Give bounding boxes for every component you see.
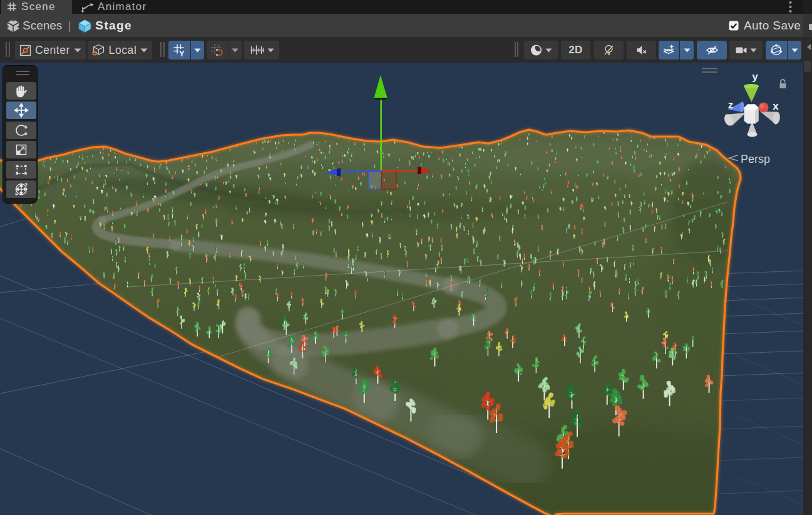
svg-text:Y: Y: [179, 49, 185, 57]
svg-text:z: z: [728, 99, 734, 111]
svg-text:y: y: [752, 71, 758, 83]
svg-text:Persp: Persp: [741, 153, 770, 165]
svg-text:x: x: [773, 100, 779, 112]
